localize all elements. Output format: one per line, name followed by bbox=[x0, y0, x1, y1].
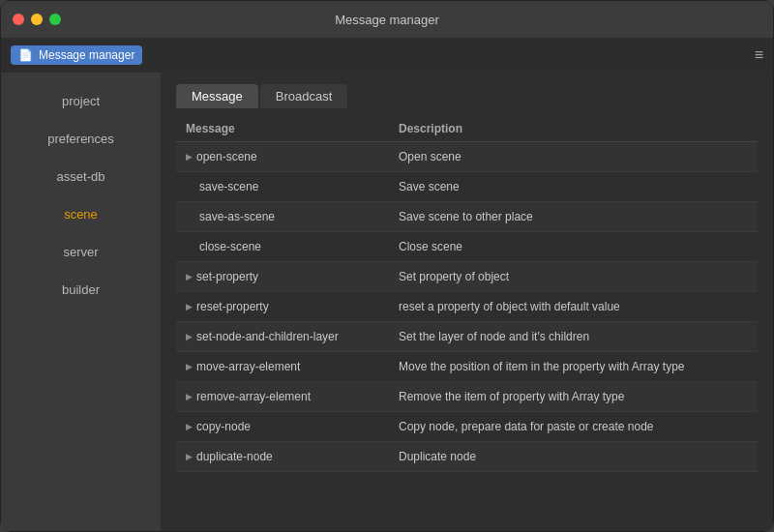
table-row[interactable]: ▶set-node-and-children-layerSet the laye… bbox=[176, 322, 758, 352]
sidebar-item-scene[interactable]: scene bbox=[1, 195, 161, 233]
cell-message: save-scene bbox=[176, 172, 389, 202]
sidebar-item-builder[interactable]: builder bbox=[1, 271, 161, 309]
table-row[interactable]: ▶duplicate-nodeDuplicate node bbox=[176, 442, 758, 472]
table-row[interactable]: ▶set-propertySet property of object bbox=[176, 262, 758, 292]
tab-message[interactable]: Message bbox=[176, 84, 258, 108]
cell-description: Set property of object bbox=[389, 262, 758, 292]
table-row[interactable]: save-as-sceneSave scene to other place bbox=[176, 202, 758, 232]
table-row[interactable]: ▶open-sceneOpen scene bbox=[176, 142, 758, 172]
cell-description: Move the position of item in the propert… bbox=[389, 352, 758, 382]
close-button[interactable] bbox=[13, 14, 24, 25]
maximize-button[interactable] bbox=[49, 14, 61, 25]
menu-icon[interactable]: ≡ bbox=[755, 46, 763, 64]
brand-button[interactable]: 📄 Message manager bbox=[11, 45, 142, 65]
window-title: Message manager bbox=[335, 13, 439, 27]
cell-description: reset a property of object with default … bbox=[389, 292, 758, 322]
cell-description: Duplicate node bbox=[389, 442, 758, 472]
content-area: Message Broadcast Message Description ▶o… bbox=[161, 73, 773, 531]
expand-arrow-icon[interactable]: ▶ bbox=[186, 302, 193, 311]
cell-message: ▶reset-property bbox=[176, 292, 389, 322]
expand-arrow-icon[interactable]: ▶ bbox=[186, 272, 193, 281]
toolbar: 📄 Message manager ≡ bbox=[1, 38, 773, 73]
minimize-button[interactable] bbox=[31, 14, 43, 25]
expand-arrow-icon[interactable]: ▶ bbox=[186, 392, 193, 401]
sidebar-item-project[interactable]: project bbox=[1, 82, 161, 120]
table-row[interactable]: ▶remove-array-elementRemove the item of … bbox=[176, 382, 758, 412]
main-content: project preferences asset-db scene serve… bbox=[1, 73, 773, 531]
cell-message: save-as-scene bbox=[176, 202, 389, 232]
col-header-message: Message bbox=[176, 116, 389, 142]
col-header-description: Description bbox=[389, 116, 758, 142]
cell-message: ▶copy-node bbox=[176, 412, 389, 442]
table-row[interactable]: ▶reset-propertyreset a property of objec… bbox=[176, 292, 758, 322]
cell-description: Open scene bbox=[389, 142, 758, 172]
cell-message: ▶open-scene bbox=[176, 142, 389, 172]
document-icon: 📄 bbox=[18, 48, 33, 62]
sidebar-item-server[interactable]: server bbox=[1, 233, 161, 271]
cell-description: Save scene bbox=[389, 172, 758, 202]
cell-description: Set the layer of node and it's children bbox=[389, 322, 758, 352]
table-container[interactable]: Message Description ▶open-sceneOpen scen… bbox=[161, 108, 773, 531]
tab-broadcast[interactable]: Broadcast bbox=[260, 84, 348, 108]
expand-arrow-icon[interactable]: ▶ bbox=[186, 332, 193, 341]
cell-description: Save scene to other place bbox=[389, 202, 758, 232]
tabs-bar: Message Broadcast bbox=[161, 73, 773, 108]
table-row[interactable]: ▶move-array-elementMove the position of … bbox=[176, 352, 758, 382]
cell-description: Close scene bbox=[389, 232, 758, 262]
traffic-lights bbox=[13, 14, 61, 25]
cell-message: ▶set-node-and-children-layer bbox=[176, 322, 389, 352]
table-row[interactable]: close-sceneClose scene bbox=[176, 232, 758, 262]
cell-message: ▶duplicate-node bbox=[176, 442, 389, 472]
expand-arrow-icon[interactable]: ▶ bbox=[186, 452, 193, 461]
brand-label: Message manager bbox=[39, 48, 134, 62]
sidebar-item-preferences[interactable]: preferences bbox=[1, 120, 161, 158]
cell-message: close-scene bbox=[176, 232, 389, 262]
expand-arrow-icon[interactable]: ▶ bbox=[186, 422, 193, 431]
messages-table: Message Description ▶open-sceneOpen scen… bbox=[176, 116, 758, 472]
cell-message: ▶set-property bbox=[176, 262, 389, 292]
cell-message: ▶remove-array-element bbox=[176, 382, 389, 412]
sidebar-item-asset-db[interactable]: asset-db bbox=[1, 158, 161, 195]
titlebar: Message manager bbox=[1, 1, 773, 38]
expand-arrow-icon[interactable]: ▶ bbox=[186, 362, 193, 371]
cell-description: Copy node, prepare data for paste or cre… bbox=[389, 412, 758, 442]
cell-description: Remove the item of property with Array t… bbox=[389, 382, 758, 412]
table-row[interactable]: save-sceneSave scene bbox=[176, 172, 758, 202]
table-row[interactable]: ▶copy-nodeCopy node, prepare data for pa… bbox=[176, 412, 758, 442]
toolbar-left: 📄 Message manager bbox=[11, 45, 142, 65]
app-window: Message manager 📄 Message manager ≡ proj… bbox=[0, 0, 774, 532]
expand-arrow-icon[interactable]: ▶ bbox=[186, 152, 193, 162]
sidebar: project preferences asset-db scene serve… bbox=[1, 73, 161, 531]
table-header-row: Message Description bbox=[176, 116, 758, 142]
cell-message: ▶move-array-element bbox=[176, 352, 389, 382]
